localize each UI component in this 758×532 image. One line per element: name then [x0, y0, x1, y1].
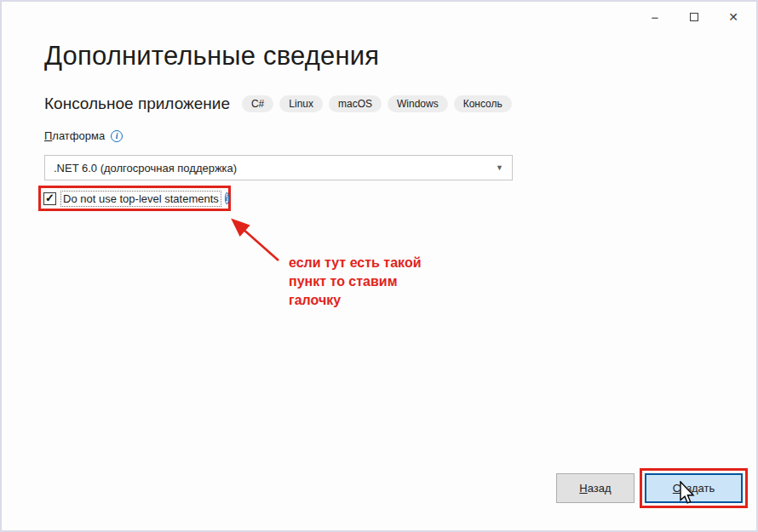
annotation-note-line: пункт то ставим	[289, 272, 421, 291]
tag-csharp: C#	[242, 95, 273, 112]
create-button-accesskey: С	[673, 482, 680, 495]
annotation-note-line: если тут есть такой	[289, 254, 421, 272]
back-button-accesskey: Н	[579, 482, 587, 495]
maximize-icon	[690, 13, 698, 21]
minimize-button[interactable]: −	[635, 5, 675, 29]
info-icon[interactable]: i	[225, 192, 229, 204]
tag-windows: Windows	[388, 95, 448, 112]
platform-label-accesskey: П	[44, 129, 52, 142]
check-icon: ✓	[45, 192, 55, 203]
framework-dropdown[interactable]: .NET 6.0 (долгосрочная поддержка) ▼	[44, 155, 513, 180]
project-type-row: Консольное приложение C# Linux macOS Win…	[44, 94, 512, 113]
top-level-statements-checkbox[interactable]: ✓	[43, 192, 56, 205]
page-title: Дополнительные сведения	[44, 41, 379, 72]
project-tags: C# Linux macOS Windows Консоль	[242, 95, 512, 112]
top-level-statements-label[interactable]: Do not use top-level statements	[60, 191, 221, 207]
minimize-icon: −	[652, 10, 659, 25]
window-controls: − ✕	[635, 5, 753, 29]
additional-information-dialog: − ✕ Дополнительные сведения Консольное п…	[0, 0, 758, 532]
info-icon[interactable]: i	[111, 130, 123, 142]
tag-linux: Linux	[279, 95, 323, 112]
framework-dropdown-value: .NET 6.0 (долгосрочная поддержка)	[54, 162, 496, 174]
chevron-down-icon: ▼	[496, 163, 503, 172]
tag-macos: macOS	[329, 95, 382, 112]
back-button[interactable]: Назад	[556, 473, 635, 503]
platform-label-rest: латформа	[52, 129, 105, 142]
maximize-button[interactable]	[675, 5, 714, 29]
back-button-label: азад	[588, 482, 612, 495]
tag-console: Консоль	[454, 95, 512, 112]
annotation-highlight-checkbox: ✓ Do not use top-level statements i	[38, 186, 231, 211]
create-button[interactable]: Создать	[645, 473, 743, 503]
platform-field-label-row: Платформа i	[44, 129, 123, 142]
close-icon: ✕	[728, 10, 738, 24]
annotation-note: если тут есть такой пункт то ставим гало…	[289, 254, 421, 310]
annotation-note-line: галочку	[289, 291, 421, 310]
platform-label: Платформа	[44, 129, 105, 142]
project-type-label: Консольное приложение	[44, 94, 230, 113]
create-button-label: оздать	[680, 482, 715, 495]
close-button[interactable]: ✕	[714, 5, 753, 29]
